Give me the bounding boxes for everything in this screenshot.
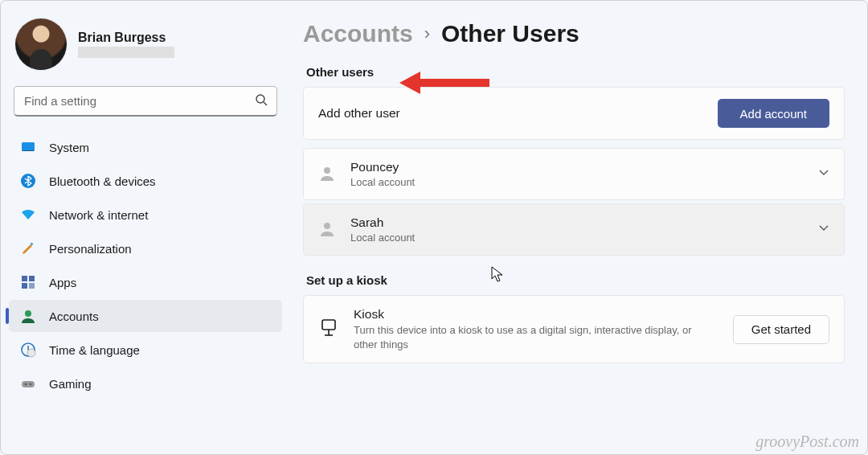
breadcrumb-parent[interactable]: Accounts [303, 20, 413, 47]
svg-point-0 [256, 95, 264, 103]
svg-rect-3 [23, 150, 34, 151]
get-started-button[interactable]: Get started [733, 315, 829, 344]
settings-window: Brian Burgess System [1, 1, 867, 454]
avatar [15, 18, 67, 70]
sidebar: Brian Burgess System [1, 1, 290, 454]
svg-point-16 [324, 167, 330, 174]
add-other-user-label: Add other user [318, 106, 703, 121]
svg-rect-7 [29, 276, 35, 281]
svg-point-15 [30, 383, 32, 386]
sidebar-item-time-language[interactable]: Time & language [9, 334, 282, 366]
profile-name: Brian Burgess [78, 31, 174, 45]
user-type: Local account [350, 176, 804, 188]
sidebar-item-label: Apps [49, 276, 76, 289]
sidebar-item-network[interactable]: Network & internet [9, 199, 282, 231]
sidebar-item-gaming[interactable]: Gaming [9, 367, 282, 400]
gamepad-icon [20, 375, 36, 391]
user-type: Local account [350, 232, 804, 244]
sidebar-item-apps[interactable]: Apps [9, 266, 282, 298]
user-row-pouncey[interactable]: Pouncey Local account [303, 148, 845, 200]
svg-rect-13 [22, 381, 35, 387]
sidebar-item-label: Gaming [49, 377, 92, 391]
user-name: Pouncey [350, 160, 804, 174]
svg-point-14 [25, 383, 27, 386]
svg-rect-8 [22, 283, 27, 289]
svg-point-17 [324, 223, 330, 229]
main-panel: Accounts › Other Users Other users Add o… [290, 1, 867, 454]
clock-globe-icon [20, 342, 36, 358]
person-icon [20, 308, 36, 324]
chevron-down-icon [818, 223, 829, 237]
apps-icon [20, 274, 36, 290]
svg-rect-9 [29, 283, 35, 289]
profile-block[interactable]: Brian Burgess [9, 17, 282, 80]
search-icon [255, 93, 268, 109]
sidebar-item-system[interactable]: System [9, 131, 282, 163]
sidebar-item-label: Bluetooth & devices [49, 174, 156, 188]
section-heading-kiosk: Set up a kiosk [306, 273, 845, 287]
paintbrush-icon [20, 240, 36, 256]
chevron-right-icon: › [424, 23, 430, 44]
kiosk-row: Kiosk Turn this device into a kiosk to u… [303, 295, 845, 363]
bluetooth-icon [20, 173, 36, 189]
wifi-icon [20, 207, 36, 223]
sidebar-item-label: System [49, 141, 89, 154]
sidebar-item-bluetooth[interactable]: Bluetooth & devices [9, 165, 282, 197]
sidebar-nav: System Bluetooth & devices Network & int… [9, 131, 282, 400]
section-heading-other-users: Other users [306, 65, 845, 79]
kiosk-title: Kiosk [354, 307, 719, 322]
chevron-down-icon [818, 167, 829, 182]
sidebar-item-accounts[interactable]: Accounts [9, 300, 282, 332]
person-icon [318, 219, 336, 240]
sidebar-item-label: Network & internet [49, 208, 148, 222]
svg-point-10 [25, 310, 31, 317]
add-account-button[interactable]: Add account [718, 99, 829, 128]
kiosk-icon [318, 318, 339, 342]
display-icon [20, 139, 36, 155]
svg-point-12 [27, 349, 35, 357]
sidebar-item-label: Time & language [49, 343, 140, 357]
sidebar-item-personalization[interactable]: Personalization [9, 232, 282, 264]
breadcrumb: Accounts › Other Users [303, 20, 845, 47]
watermark: groovyPost.com [755, 432, 859, 451]
svg-rect-6 [22, 276, 27, 281]
user-name: Sarah [350, 215, 804, 230]
add-other-user-row: Add other user Add account [303, 87, 845, 140]
search-wrap [14, 86, 277, 117]
user-row-sarah[interactable]: Sarah Local account [303, 203, 845, 256]
profile-email-redacted [78, 47, 174, 58]
page-title: Other Users [441, 20, 579, 47]
kiosk-description: Turn this device into a kiosk to use as … [354, 323, 699, 351]
svg-rect-18 [322, 320, 335, 330]
search-input[interactable] [14, 86, 277, 117]
person-icon [318, 164, 336, 185]
sidebar-item-label: Accounts [49, 309, 99, 323]
sidebar-item-label: Personalization [49, 242, 132, 256]
svg-line-1 [264, 102, 267, 105]
svg-rect-2 [22, 142, 35, 151]
